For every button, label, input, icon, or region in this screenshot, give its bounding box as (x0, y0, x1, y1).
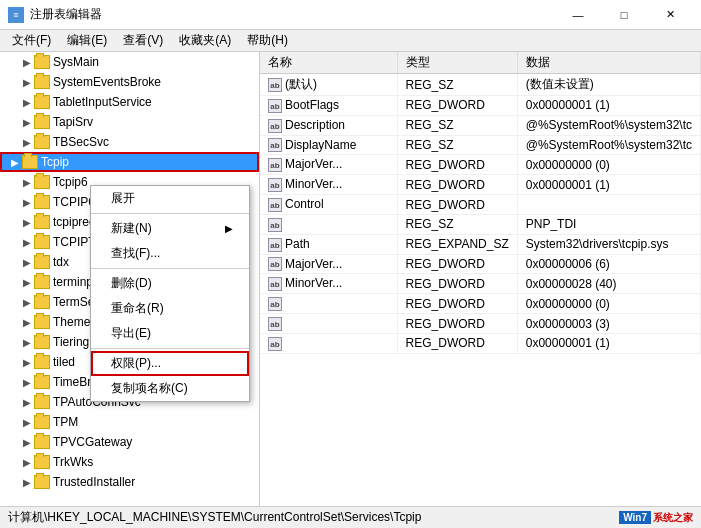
tree-label: TBSecSvc (53, 135, 109, 149)
arrow-icon: ▶ (8, 155, 22, 169)
table-row[interactable]: abMajorVer...REG_DWORD0x00000006 (6) (260, 254, 701, 274)
table-row[interactable]: abBootFlagsREG_DWORD0x00000001 (1) (260, 96, 701, 116)
context-menu: 展开 新建(N) ▶ 查找(F)... 删除(D) 重命名(R) 导出(E) 权… (90, 185, 250, 402)
reg-data: 0x00000003 (3) (517, 314, 700, 334)
tree-item-tpvcgateway[interactable]: ▶ TPVCGateway (0, 432, 259, 452)
folder-icon (34, 295, 50, 309)
reg-type-icon: ab (268, 138, 282, 152)
reg-data: PNP_TDI (517, 214, 700, 234)
arrow-icon: ▶ (20, 275, 34, 289)
menu-file[interactable]: 文件(F) (4, 30, 59, 51)
arrow-icon: ▶ (20, 215, 34, 229)
tree-label: tdx (53, 255, 69, 269)
arrow-icon: ▶ (20, 75, 34, 89)
arrow-icon: ▶ (20, 455, 34, 469)
window-title: 注册表编辑器 (30, 6, 555, 23)
reg-name: ab (260, 314, 397, 334)
table-row[interactable]: abControlREG_DWORD (260, 195, 701, 215)
table-row[interactable]: abMajorVer...REG_DWORD0x00000000 (0) (260, 155, 701, 175)
ctx-copy-name[interactable]: 复制项名称(C) (91, 376, 249, 401)
ctx-expand[interactable]: 展开 (91, 186, 249, 211)
ctx-label: 复制项名称(C) (111, 380, 188, 397)
arrow-icon: ▶ (20, 375, 34, 389)
reg-type: REG_DWORD (397, 155, 517, 175)
folder-icon (34, 335, 50, 349)
ctx-delete[interactable]: 删除(D) (91, 271, 249, 296)
app-icon: ≡ (8, 7, 24, 23)
tree-item-tabletinputservice[interactable]: ▶ TabletInputService (0, 92, 259, 112)
tree-label: TrustedInstaller (53, 475, 135, 489)
menu-edit[interactable]: 编辑(E) (59, 30, 115, 51)
ctx-new[interactable]: 新建(N) ▶ (91, 216, 249, 241)
reg-name: ab (260, 294, 397, 314)
table-row[interactable]: abDescriptionREG_SZ@%SystemRoot%\system3… (260, 115, 701, 135)
reg-type: REG_DWORD (397, 274, 517, 294)
reg-type-icon: ab (268, 297, 282, 311)
tree-label: TPM (53, 415, 78, 429)
reg-type-icon: ab (268, 78, 282, 92)
reg-name: abControl (260, 195, 397, 215)
table-row[interactable]: abPathREG_EXPAND_SZSystem32\drivers\tcpi… (260, 234, 701, 254)
tree-label: Tcpip (41, 155, 69, 169)
tree-item-tapisrv[interactable]: ▶ TapiSrv (0, 112, 259, 132)
reg-type: REG_DWORD (397, 195, 517, 215)
tree-item-tpm[interactable]: ▶ TPM (0, 412, 259, 432)
arrow-icon: ▶ (20, 175, 34, 189)
ctx-label: 重命名(R) (111, 300, 164, 317)
folder-icon (34, 375, 50, 389)
table-row[interactable]: abREG_SZPNP_TDI (260, 214, 701, 234)
folder-icon (34, 55, 50, 69)
ctx-rename[interactable]: 重命名(R) (91, 296, 249, 321)
title-bar: ≡ 注册表编辑器 — □ ✕ (0, 0, 701, 30)
reg-data: 0x00000001 (1) (517, 96, 700, 116)
tree-item-trkwks[interactable]: ▶ TrkWks (0, 452, 259, 472)
tree-label: TapiSrv (53, 115, 93, 129)
tree-label: TPVCGateway (53, 435, 132, 449)
arrow-icon: ▶ (20, 435, 34, 449)
table-row[interactable]: abREG_DWORD0x00000003 (3) (260, 314, 701, 334)
table-row[interactable]: ab(默认)REG_SZ(数值未设置) (260, 74, 701, 96)
arrow-icon: ▶ (20, 315, 34, 329)
ctx-find[interactable]: 查找(F)... (91, 241, 249, 266)
table-row[interactable]: abMinorVer...REG_DWORD0x00000001 (1) (260, 175, 701, 195)
reg-name: abBootFlags (260, 96, 397, 116)
table-row[interactable]: abMinorVer...REG_DWORD0x00000028 (40) (260, 274, 701, 294)
maximize-button[interactable]: □ (601, 0, 647, 30)
folder-icon (34, 215, 50, 229)
arrow-icon: ▶ (20, 195, 34, 209)
tree-item-tbsecsvc[interactable]: ▶ TBSecSvc (0, 132, 259, 152)
separator (91, 268, 249, 269)
minimize-button[interactable]: — (555, 0, 601, 30)
table-row[interactable]: abDisplayNameREG_SZ@%SystemRoot%\system3… (260, 135, 701, 155)
reg-name: abMajorVer... (260, 155, 397, 175)
reg-type: REG_DWORD (397, 96, 517, 116)
ctx-permissions[interactable]: 权限(P)... (91, 351, 249, 376)
tree-label: SysMain (53, 55, 99, 69)
folder-icon (34, 175, 50, 189)
col-data: 数据 (517, 52, 700, 74)
arrow-icon: ▶ (20, 335, 34, 349)
table-row[interactable]: abREG_DWORD0x00000001 (1) (260, 333, 701, 353)
tree-item-sysmain[interactable]: ▶ SysMain (0, 52, 259, 72)
reg-data: 0x00000000 (0) (517, 155, 700, 175)
reg-type: REG_SZ (397, 214, 517, 234)
folder-icon (34, 135, 50, 149)
close-button[interactable]: ✕ (647, 0, 693, 30)
reg-name: abMajorVer... (260, 254, 397, 274)
menu-bar: 文件(F) 编辑(E) 查看(V) 收藏夹(A) 帮助(H) (0, 30, 701, 52)
folder-icon (34, 275, 50, 289)
separator (91, 348, 249, 349)
ctx-export[interactable]: 导出(E) (91, 321, 249, 346)
table-row[interactable]: abREG_DWORD0x00000000 (0) (260, 294, 701, 314)
menu-view[interactable]: 查看(V) (115, 30, 171, 51)
reg-type-icon: ab (268, 257, 282, 271)
folder-icon (34, 75, 50, 89)
menu-help[interactable]: 帮助(H) (239, 30, 296, 51)
tree-item-trustedinstaller[interactable]: ▶ TrustedInstaller (0, 472, 259, 492)
reg-name: abMinorVer... (260, 175, 397, 195)
reg-type-icon: ab (268, 178, 282, 192)
tree-item-tcpip[interactable]: ▶ Tcpip (0, 152, 259, 172)
reg-type: REG_DWORD (397, 294, 517, 314)
tree-item-systemeventsbroke[interactable]: ▶ SystemEventsBroke (0, 72, 259, 92)
menu-favorites[interactable]: 收藏夹(A) (171, 30, 239, 51)
